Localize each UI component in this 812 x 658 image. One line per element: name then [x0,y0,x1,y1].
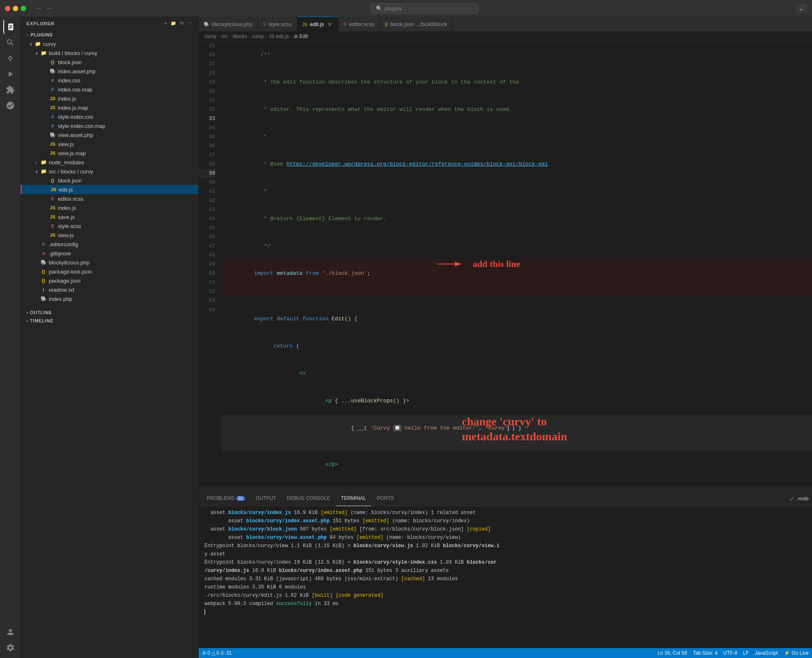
status-errors[interactable]: ⊘ 0 △ 0 ① 31 [202,650,232,656]
src-folder-icon: 📁 [40,168,47,175]
sidebar-block-json[interactable]: {} block.json [21,58,198,67]
panel-tab-ports[interactable]: PORTS [372,491,399,506]
curvy-label: curvy [43,41,56,47]
code-editor[interactable]: 2526272829 3031323334 3536373839 4041424… [199,41,812,486]
expand-button[interactable]: ⌄ [795,4,807,12]
maximize-button[interactable] [21,6,26,11]
sidebar-src-block-json[interactable]: {} block.json [21,176,198,185]
tab-blockylicious[interactable]: 🐘 blockylicious.php [199,17,258,31]
panel-tab-debug[interactable]: DEBUG CONSOLE [282,491,335,506]
line-36: return ( [222,333,812,360]
refresh-icon[interactable]: ↻ [180,21,184,26]
code-lines: /** * The edit function describes the st… [219,41,812,486]
eol[interactable]: LF [743,650,749,656]
tab-block-json[interactable]: {} block.json .../build/block [380,17,453,31]
terminal-content[interactable]: asset blocks/curvy/index.js 16.9 KiB [em… [199,506,812,648]
ports-label: PORTS [377,495,394,501]
sidebar-index-js[interactable]: JS index.js [21,94,198,103]
git-icon[interactable] [3,98,17,113]
tab-editor-scss[interactable]: S editor.scss [339,17,380,31]
sidebar-readme-txt[interactable]: ℹ readme.txt [21,285,198,294]
sidebar-src-blocks-curvy[interactable]: ∨ 📁 src / blocks / curvy [21,167,198,176]
sidebar-blockylicious-php[interactable]: 🐘 blockylicious.php [21,258,198,267]
outline-section[interactable]: › OUTLINE [21,308,198,317]
settings-icon[interactable] [3,641,17,655]
js-map-icon: JS [49,104,56,111]
build-folder[interactable]: ∨ 📁 build / blocks / curvy [21,48,198,58]
tab-edit-js[interactable]: JS edit.js ✕ [297,17,339,31]
folder-icon: 📁 [40,49,47,57]
sidebar-index-asset-php[interactable]: 🐘 index.asset.php [21,67,198,76]
sidebar-index-css[interactable]: # index.css [21,76,198,85]
tab-close-button[interactable]: ✕ [327,21,333,28]
sidebar-editor-scss[interactable]: S editor.scss [21,194,198,203]
sidebar-style-index-css[interactable]: # style-index.css [21,112,198,121]
titlebar: ← → 🔍 plugins ⌄ [0,0,812,17]
tab-size[interactable]: Tab Size: 4 [693,650,717,656]
timeline-section[interactable]: › TIMELINE [21,317,198,325]
encoding[interactable]: UTF-8 [723,650,738,656]
sidebar-gitignore[interactable]: ⊗ .gitignore [21,249,198,258]
breadcrumb-edit-fn[interactable]: ⊘ Edit [294,34,308,39]
go-live-button[interactable]: ⚡ Go Live [784,650,809,656]
line-34 [222,296,812,305]
sidebar-edit-js[interactable]: JS edit.js [21,185,198,194]
breadcrumb-src[interactable]: src [221,34,228,39]
sidebar-view-asset-php[interactable]: 🐘 view.asset.php [21,130,198,139]
sidebar-style-index-css-map[interactable]: # style-index.css.map [21,121,198,130]
source-control-icon[interactable] [3,51,17,65]
terminal-line-5b: y asset [204,550,806,558]
run-icon[interactable] [3,67,17,81]
breadcrumb-curvy2[interactable]: curvy [252,34,264,39]
search-box[interactable]: 🔍 plugins [370,3,478,14]
sidebar-index-php[interactable]: 🐘 index.php [21,294,198,303]
sidebar-package-lock-json[interactable]: {} package-lock.json [21,267,198,276]
panel-tab-terminal[interactable]: TERMINAL [336,491,371,506]
sidebar-view-js[interactable]: JS view.js [21,139,198,149]
js-icon3: JS [50,186,57,193]
tab-style-scss[interactable]: S style.scss [258,17,297,31]
sidebar-style-scss[interactable]: S style.scss [21,221,198,231]
plugins-section[interactable]: › PLUGINS [21,30,198,39]
back-button[interactable]: ← [36,5,43,12]
breadcrumb-curvy[interactable]: curvy [204,34,216,39]
cursor-position[interactable]: Ln 39, Col 59 [658,650,687,656]
sidebar-index-css-map[interactable]: # index.css.map [21,85,198,94]
curvy-folder[interactable]: ∨ 📁 curvy [21,39,198,48]
sidebar-view-js-map[interactable]: JS view.js.map [21,149,198,158]
breadcrumb-blocks[interactable]: blocks [233,34,247,39]
panel-actions: ⤢ node [789,495,809,502]
forward-button[interactable]: → [46,5,53,12]
titlebar-right: ⌄ [795,4,807,12]
sidebar-index-js-map[interactable]: JS index.js.map [21,103,198,112]
account-icon[interactable] [3,625,17,639]
collapse-all-icon[interactable]: ⋯ [187,21,192,26]
sidebar-editorconfig[interactable]: ⚙ .editorconfig [21,240,198,249]
error-icon: ⊘ [202,650,206,656]
close-button[interactable] [5,6,10,11]
sidebar-package-json[interactable]: {} package.json [21,276,198,285]
sidebar-save-js[interactable]: JS save.js [21,212,198,221]
sidebar-src-index-js[interactable]: JS index.js [21,203,198,212]
sidebar-node-modules[interactable]: › 📁 node_modules [21,158,198,167]
maximize-panel-icon[interactable]: ⤢ [789,495,794,502]
new-file-icon[interactable]: + [164,21,167,26]
new-folder-icon[interactable]: 📁 [171,21,177,26]
explorer-icon[interactable] [3,20,17,34]
breadcrumb-sep1: › [218,34,220,39]
line-37: <> [222,360,812,387]
sidebar-src-view-js[interactable]: JS view.js [21,231,198,240]
extensions-icon[interactable] [3,83,17,97]
collapse-icon2: ∨ [33,169,40,174]
minimize-button[interactable] [13,6,18,11]
horizontal-scrollbar[interactable] [199,486,812,491]
line-26: * The edit function describes the struct… [222,69,812,96]
js-icon2: JS [49,140,56,148]
warning-count: 0 [216,650,219,656]
language-mode[interactable]: JavaScript [755,650,778,656]
panel-tab-output[interactable]: OUTPUT [251,491,281,506]
breadcrumb-edit-js[interactable]: JS edit.js [269,34,289,39]
index-css-map-label: index.css.map [58,86,92,93]
panel-tab-problems[interactable]: PROBLEMS 31 [202,491,250,506]
search-activity-icon[interactable] [3,36,17,50]
